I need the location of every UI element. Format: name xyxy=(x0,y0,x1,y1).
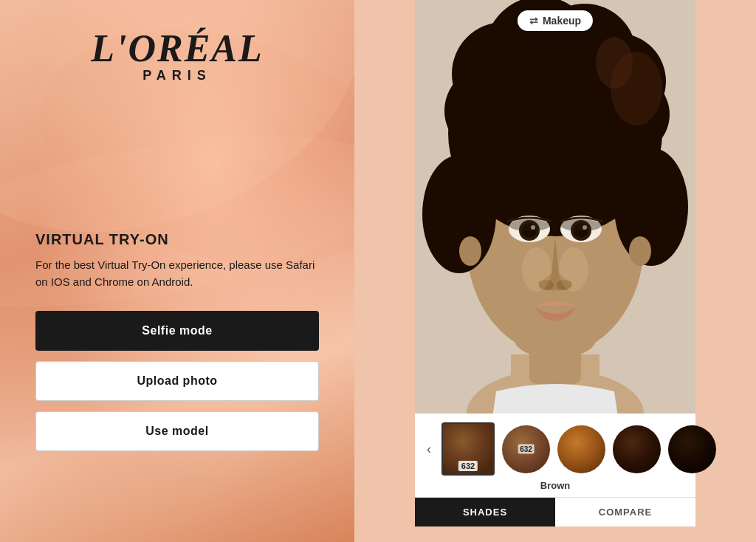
swap-icon: ⇄ xyxy=(529,15,538,27)
tab-compare[interactable]: COMPARE xyxy=(555,498,695,526)
makeup-badge[interactable]: ⇄ Makeup xyxy=(518,10,593,31)
color-selector: ‹ 632 632 Brown SHADES COMPA xyxy=(415,414,695,526)
upload-photo-button[interactable]: Upload photo xyxy=(35,361,319,401)
swatch-code-1: 632 xyxy=(518,445,535,454)
selected-swatch-code: 632 xyxy=(458,461,478,471)
right-panel: ⇄ Makeup xyxy=(354,0,756,542)
phone-frame: ⇄ Makeup xyxy=(415,0,695,542)
brand-name: L'ORÉAL xyxy=(91,30,264,68)
svg-point-28 xyxy=(560,219,602,231)
tab-compare-label: COMPARE xyxy=(599,507,652,518)
svg-point-33 xyxy=(515,321,596,358)
color-name: Brown xyxy=(540,476,570,497)
svg-point-32 xyxy=(559,247,588,292)
selected-color-swatch[interactable]: 632 xyxy=(441,422,495,476)
selfie-mode-button[interactable]: Selfie mode xyxy=(35,311,319,351)
model-image-area: ⇄ Makeup xyxy=(415,0,695,414)
svg-point-31 xyxy=(522,247,551,292)
logo-area: L'ORÉAL PARIS xyxy=(91,30,264,83)
tab-shades[interactable]: SHADES xyxy=(415,498,555,526)
svg-point-16 xyxy=(614,148,688,266)
svg-point-11 xyxy=(444,66,533,155)
prev-arrow[interactable]: ‹ xyxy=(424,439,434,460)
left-panel: L'ORÉAL PARIS VIRTUAL TRY-ON For the bes… xyxy=(0,0,354,542)
svg-point-15 xyxy=(422,155,496,273)
model-image xyxy=(415,0,695,414)
svg-point-14 xyxy=(596,37,633,89)
color-swatch-4[interactable] xyxy=(668,425,716,473)
use-model-button[interactable]: Use model xyxy=(35,411,319,451)
page-description: For the best Virtual Try-On experience, … xyxy=(35,257,319,290)
color-swatch-2[interactable] xyxy=(557,425,605,473)
tab-row: SHADES COMPARE xyxy=(415,497,695,526)
page-title: VIRTUAL TRY-ON xyxy=(35,231,319,248)
svg-point-17 xyxy=(459,236,481,266)
color-swatch-3[interactable] xyxy=(613,425,661,473)
tab-shades-label: SHADES xyxy=(463,507,507,518)
left-content: L'ORÉAL PARIS VIRTUAL TRY-ON For the bes… xyxy=(0,0,354,481)
color-swatch-1[interactable]: 632 xyxy=(502,425,550,473)
brand-city: PARIS xyxy=(91,68,264,83)
svg-point-23 xyxy=(509,219,550,231)
makeup-badge-label: Makeup xyxy=(543,15,581,27)
bottom-section: VIRTUAL TRY-ON For the best Virtual Try-… xyxy=(35,231,319,451)
svg-point-18 xyxy=(629,236,651,266)
color-row: ‹ 632 632 xyxy=(415,422,695,476)
